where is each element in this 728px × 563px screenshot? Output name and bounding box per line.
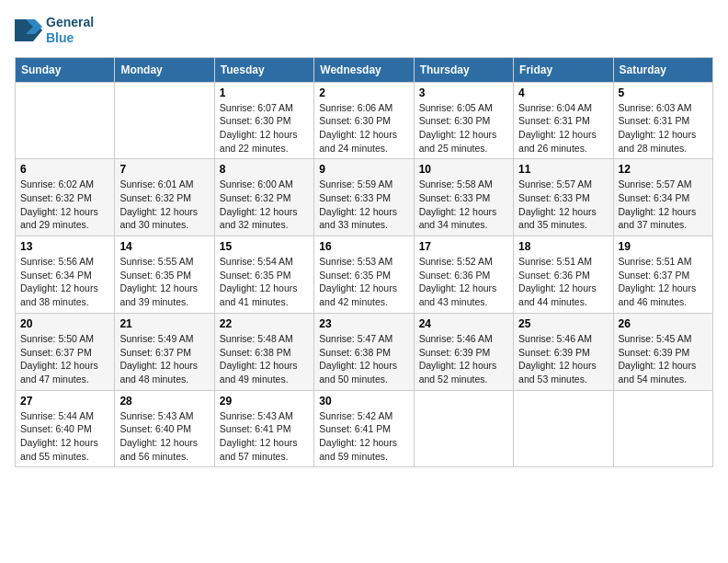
day-number: 8 [220,163,309,176]
calendar-cell: 2Sunrise: 6:06 AMSunset: 6:30 PMDaylight… [314,82,414,159]
day-info: Sunrise: 6:00 AMSunset: 6:32 PMDaylight:… [220,178,309,232]
day-number: 28 [119,395,209,408]
calendar-cell: 22Sunrise: 5:48 AMSunset: 6:38 PMDayligh… [214,313,313,390]
day-number: 15 [220,240,309,253]
day-info: Sunrise: 6:02 AMSunset: 6:32 PMDaylight:… [20,178,109,232]
calendar-cell: 1Sunrise: 6:07 AMSunset: 6:30 PMDaylight… [214,82,313,159]
day-info: Sunrise: 6:05 AMSunset: 6:30 PMDaylight:… [419,101,508,155]
calendar-cell: 3Sunrise: 6:05 AMSunset: 6:30 PMDaylight… [414,82,513,159]
calendar-cell: 11Sunrise: 5:57 AMSunset: 6:33 PMDayligh… [514,159,613,236]
day-number: 11 [518,163,608,176]
day-number: 29 [220,395,309,408]
day-number: 25 [518,317,608,330]
day-number: 5 [619,86,708,99]
day-info: Sunrise: 5:45 AMSunset: 6:39 PMDaylight:… [619,332,708,386]
day-info: Sunrise: 5:51 AMSunset: 6:37 PMDaylight:… [619,255,708,309]
calendar-cell: 12Sunrise: 5:57 AMSunset: 6:34 PMDayligh… [613,159,712,236]
calendar-cell: 21Sunrise: 5:49 AMSunset: 6:37 PMDayligh… [115,313,214,390]
day-info: Sunrise: 5:53 AMSunset: 6:35 PMDaylight:… [319,255,408,309]
day-number: 1 [220,86,309,99]
calendar-week-row: 6Sunrise: 6:02 AMSunset: 6:32 PMDaylight… [16,159,713,236]
calendar-cell: 9Sunrise: 5:59 AMSunset: 6:33 PMDaylight… [314,159,414,236]
day-number: 30 [319,395,408,408]
calendar-cell: 4Sunrise: 6:04 AMSunset: 6:31 PMDaylight… [514,82,613,159]
day-number: 22 [220,317,309,330]
day-number: 4 [518,86,608,99]
day-number: 24 [419,317,508,330]
calendar-week-row: 27Sunrise: 5:44 AMSunset: 6:40 PMDayligh… [16,390,713,467]
col-header-wednesday: Wednesday [314,57,414,82]
day-number: 6 [20,163,109,176]
day-number: 7 [119,163,209,176]
day-info: Sunrise: 5:42 AMSunset: 6:41 PMDaylight:… [319,409,408,464]
calendar-cell: 26Sunrise: 5:45 AMSunset: 6:39 PMDayligh… [613,313,712,390]
calendar-cell: 28Sunrise: 5:43 AMSunset: 6:40 PMDayligh… [115,390,214,467]
calendar-cell [613,390,712,467]
day-info: Sunrise: 6:04 AMSunset: 6:31 PMDaylight:… [518,101,608,155]
day-info: Sunrise: 5:43 AMSunset: 6:40 PMDaylight:… [119,409,209,464]
calendar-cell: 5Sunrise: 6:03 AMSunset: 6:31 PMDaylight… [613,82,712,159]
calendar-cell [514,390,613,467]
calendar-table: SundayMondayTuesdayWednesdayThursdayFrid… [15,57,713,468]
calendar-body: 1Sunrise: 6:07 AMSunset: 6:30 PMDaylight… [16,82,713,467]
day-number: 20 [20,317,109,330]
page-header: General Blue [15,15,713,46]
calendar-cell: 16Sunrise: 5:53 AMSunset: 6:35 PMDayligh… [314,236,414,314]
calendar-cell: 25Sunrise: 5:46 AMSunset: 6:39 PMDayligh… [514,313,613,390]
day-number: 14 [119,240,209,253]
calendar-cell: 18Sunrise: 5:51 AMSunset: 6:36 PMDayligh… [514,236,613,314]
day-number: 12 [619,163,708,176]
day-info: Sunrise: 6:03 AMSunset: 6:31 PMDaylight:… [619,101,708,155]
logo-icon [15,19,42,41]
day-info: Sunrise: 5:48 AMSunset: 6:38 PMDaylight:… [220,332,309,386]
calendar-cell: 8Sunrise: 6:00 AMSunset: 6:32 PMDaylight… [214,159,313,236]
day-number: 17 [419,240,508,253]
calendar-cell [16,82,115,159]
day-info: Sunrise: 6:07 AMSunset: 6:30 PMDaylight:… [220,101,309,155]
day-info: Sunrise: 5:51 AMSunset: 6:36 PMDaylight:… [518,255,608,309]
day-number: 27 [20,395,109,408]
calendar-cell [115,82,214,159]
day-number: 21 [119,317,209,330]
day-info: Sunrise: 5:57 AMSunset: 6:33 PMDaylight:… [518,178,608,232]
day-info: Sunrise: 6:06 AMSunset: 6:30 PMDaylight:… [319,101,408,155]
calendar-week-row: 13Sunrise: 5:56 AMSunset: 6:34 PMDayligh… [16,236,713,314]
col-header-monday: Monday [115,57,214,82]
day-number: 18 [518,240,608,253]
day-number: 13 [20,240,109,253]
calendar-cell: 15Sunrise: 5:54 AMSunset: 6:35 PMDayligh… [214,236,313,314]
col-header-friday: Friday [514,57,613,82]
calendar-header-row: SundayMondayTuesdayWednesdayThursdayFrid… [16,57,713,82]
calendar-week-row: 1Sunrise: 6:07 AMSunset: 6:30 PMDaylight… [16,82,713,159]
day-info: Sunrise: 5:47 AMSunset: 6:38 PMDaylight:… [319,332,408,386]
calendar-week-row: 20Sunrise: 5:50 AMSunset: 6:37 PMDayligh… [16,313,713,390]
calendar-cell: 10Sunrise: 5:58 AMSunset: 6:33 PMDayligh… [414,159,513,236]
col-header-saturday: Saturday [613,57,712,82]
calendar-cell: 27Sunrise: 5:44 AMSunset: 6:40 PMDayligh… [16,390,115,467]
day-info: Sunrise: 5:50 AMSunset: 6:37 PMDaylight:… [20,332,109,386]
day-number: 3 [419,86,508,99]
day-number: 23 [319,317,408,330]
calendar-cell: 19Sunrise: 5:51 AMSunset: 6:37 PMDayligh… [613,236,712,314]
day-info: Sunrise: 5:54 AMSunset: 6:35 PMDaylight:… [220,255,309,309]
day-info: Sunrise: 5:59 AMSunset: 6:33 PMDaylight:… [319,178,408,232]
day-info: Sunrise: 5:52 AMSunset: 6:36 PMDaylight:… [419,255,508,309]
col-header-sunday: Sunday [16,57,115,82]
calendar-cell: 17Sunrise: 5:52 AMSunset: 6:36 PMDayligh… [414,236,513,314]
day-number: 9 [319,163,408,176]
day-info: Sunrise: 5:56 AMSunset: 6:34 PMDaylight:… [20,255,109,309]
calendar-cell: 20Sunrise: 5:50 AMSunset: 6:37 PMDayligh… [16,313,115,390]
day-info: Sunrise: 5:58 AMSunset: 6:33 PMDaylight:… [419,178,508,232]
day-info: Sunrise: 5:55 AMSunset: 6:35 PMDaylight:… [119,255,209,309]
col-header-tuesday: Tuesday [214,57,313,82]
calendar-cell: 24Sunrise: 5:46 AMSunset: 6:39 PMDayligh… [414,313,513,390]
calendar-cell: 14Sunrise: 5:55 AMSunset: 6:35 PMDayligh… [115,236,214,314]
calendar-cell: 13Sunrise: 5:56 AMSunset: 6:34 PMDayligh… [16,236,115,314]
day-number: 2 [319,86,408,99]
day-info: Sunrise: 5:57 AMSunset: 6:34 PMDaylight:… [619,178,708,232]
calendar-cell: 6Sunrise: 6:02 AMSunset: 6:32 PMDaylight… [16,159,115,236]
day-info: Sunrise: 6:01 AMSunset: 6:32 PMDaylight:… [119,178,209,232]
calendar-cell: 30Sunrise: 5:42 AMSunset: 6:41 PMDayligh… [314,390,414,467]
calendar-cell: 23Sunrise: 5:47 AMSunset: 6:38 PMDayligh… [314,313,414,390]
calendar-cell: 7Sunrise: 6:01 AMSunset: 6:32 PMDaylight… [115,159,214,236]
